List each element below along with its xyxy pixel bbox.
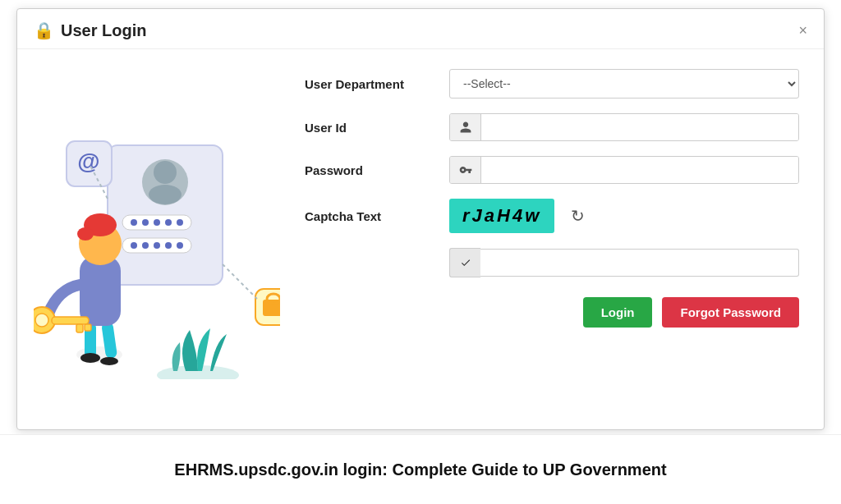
- password-label: Password: [305, 163, 436, 177]
- captcha-refresh-button[interactable]: ↻: [571, 206, 585, 226]
- password-input[interactable]: [481, 157, 798, 183]
- illustration-area: @: [17, 49, 296, 429]
- form-area: User Department --Select-- User Id: [296, 49, 824, 429]
- userid-row: User Id: [305, 113, 799, 141]
- modal-title: 🔒 User Login: [34, 21, 146, 40]
- password-input-group: [449, 156, 799, 184]
- svg-point-11: [131, 242, 137, 249]
- svg-point-14: [165, 242, 172, 249]
- svg-point-5: [131, 219, 137, 226]
- password-control: [449, 156, 799, 184]
- svg-point-8: [165, 219, 172, 226]
- modal-title-text: User Login: [61, 21, 146, 40]
- svg-point-24: [80, 353, 100, 363]
- modal-header: 🔒 User Login ×: [17, 9, 824, 49]
- svg-rect-33: [76, 324, 83, 332]
- captcha-input-row: [305, 248, 799, 277]
- svg-rect-34: [85, 324, 91, 331]
- captcha-text-input[interactable]: [480, 249, 799, 277]
- userid-input[interactable]: [481, 114, 798, 140]
- password-row: Password: [305, 156, 799, 184]
- svg-point-7: [154, 219, 160, 226]
- modal-body: @: [17, 49, 824, 429]
- close-button[interactable]: ×: [798, 23, 807, 38]
- userid-control: [449, 113, 799, 141]
- svg-rect-32: [52, 317, 89, 324]
- check-icon: [460, 257, 471, 268]
- svg-point-31: [35, 314, 48, 327]
- illustration-svg: @: [34, 100, 280, 379]
- captcha-input-control: [449, 248, 799, 277]
- userid-label: User Id: [305, 121, 436, 135]
- svg-point-6: [142, 219, 149, 226]
- login-button[interactable]: Login: [583, 297, 653, 328]
- svg-text:@: @: [77, 149, 99, 174]
- captcha-check-icon-box: [449, 248, 480, 277]
- department-control: --Select--: [449, 69, 799, 99]
- department-select[interactable]: --Select--: [449, 69, 799, 99]
- department-row: User Department --Select--: [305, 69, 799, 99]
- key-icon: [459, 163, 472, 176]
- footer-caption: EHRMS.upsdc.gov.in login: Complete Guide…: [174, 460, 666, 479]
- captcha-image: rJaH4w: [449, 199, 554, 233]
- svg-point-29: [77, 227, 94, 241]
- svg-point-2: [154, 161, 177, 184]
- user-icon-box: [450, 114, 481, 140]
- svg-point-3: [149, 185, 182, 204]
- captcha-input-group: [449, 248, 799, 277]
- lock-icon: 🔒: [34, 21, 54, 40]
- svg-point-12: [142, 242, 149, 249]
- svg-point-13: [154, 242, 160, 249]
- login-modal: 🔒 User Login ×: [16, 8, 825, 430]
- svg-line-37: [223, 264, 257, 299]
- captcha-control: rJaH4w ↻: [449, 199, 799, 233]
- forgot-password-button[interactable]: Forgot Password: [662, 297, 799, 328]
- svg-point-9: [177, 219, 183, 226]
- captcha-row: Captcha Text rJaH4w ↻: [305, 199, 799, 233]
- captcha-label: Captcha Text: [305, 209, 436, 223]
- key-icon-box: [450, 157, 481, 183]
- svg-point-15: [177, 242, 183, 249]
- user-icon: [459, 121, 472, 134]
- button-row: Login Forgot Password: [305, 297, 799, 328]
- userid-input-group: [449, 113, 799, 141]
- department-label: User Department: [305, 77, 436, 91]
- svg-point-25: [100, 357, 118, 365]
- bottom-caption: EHRMS.upsdc.gov.in login: Complete Guide…: [0, 434, 841, 504]
- svg-rect-26: [80, 256, 121, 326]
